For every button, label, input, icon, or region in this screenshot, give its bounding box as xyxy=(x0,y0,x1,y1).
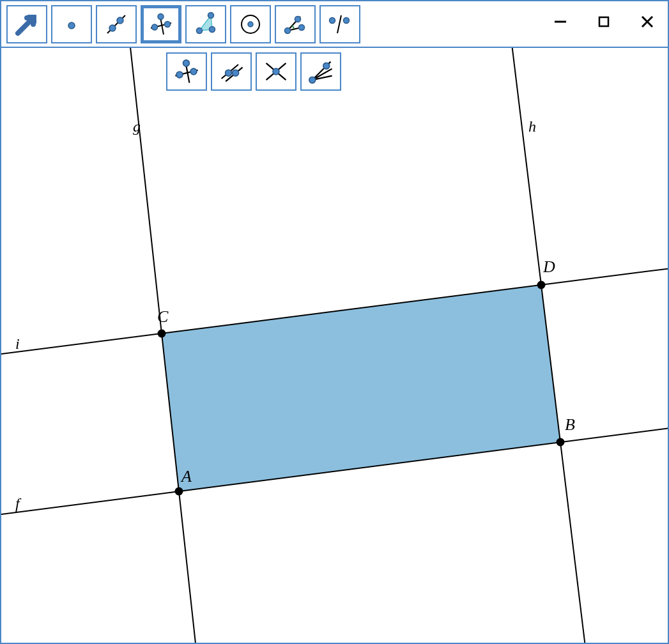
circle-tool-button[interactable] xyxy=(230,5,271,43)
close-button[interactable] xyxy=(638,13,656,31)
line-icon xyxy=(104,12,129,37)
app-window: A B C D f g h i xyxy=(0,0,669,644)
polygon-rectangle[interactable] xyxy=(162,285,560,491)
svg-point-12 xyxy=(208,12,214,18)
minimize-icon xyxy=(553,15,567,29)
polygon-tool-button[interactable] xyxy=(185,5,226,43)
point-c[interactable] xyxy=(158,330,166,338)
svg-line-21 xyxy=(337,15,341,33)
point-tool-button[interactable] xyxy=(51,5,92,43)
svg-point-3 xyxy=(109,25,116,31)
perpendicular-icon xyxy=(148,12,174,37)
svg-point-4 xyxy=(117,17,123,24)
reflect-tool-button[interactable] xyxy=(319,5,360,43)
svg-point-1 xyxy=(68,22,75,29)
angle-tool-button[interactable] xyxy=(275,5,316,43)
svg-point-18 xyxy=(285,27,291,33)
move-tool-button[interactable] xyxy=(6,5,47,43)
reflect-icon xyxy=(327,12,353,37)
svg-point-15 xyxy=(248,22,253,27)
point-d[interactable] xyxy=(537,281,546,289)
line-tool-button[interactable] xyxy=(96,5,137,43)
geometry-canvas[interactable]: A B C D f g h i xyxy=(1,48,668,643)
svg-point-7 xyxy=(152,24,158,30)
svg-point-13 xyxy=(210,26,215,32)
point-a[interactable] xyxy=(175,487,183,496)
svg-point-9 xyxy=(158,13,164,19)
maximize-icon xyxy=(597,15,610,28)
svg-point-23 xyxy=(344,17,350,23)
minimize-button[interactable] xyxy=(551,13,569,31)
window-controls xyxy=(551,13,656,31)
arrow-icon xyxy=(14,12,40,37)
point-b[interactable] xyxy=(557,438,565,447)
svg-point-22 xyxy=(330,17,335,23)
angle-icon xyxy=(282,12,308,37)
svg-point-19 xyxy=(299,24,305,30)
svg-point-20 xyxy=(295,16,301,22)
geometry-svg xyxy=(1,48,668,643)
svg-rect-25 xyxy=(599,17,608,26)
close-icon xyxy=(640,15,654,29)
svg-point-8 xyxy=(165,21,171,27)
svg-point-11 xyxy=(197,27,203,33)
circle-icon xyxy=(238,12,263,37)
maximize-button[interactable] xyxy=(595,13,613,31)
polygon-icon xyxy=(193,12,219,37)
perpendicular-tool-button[interactable] xyxy=(141,5,181,43)
point-icon xyxy=(59,12,84,37)
